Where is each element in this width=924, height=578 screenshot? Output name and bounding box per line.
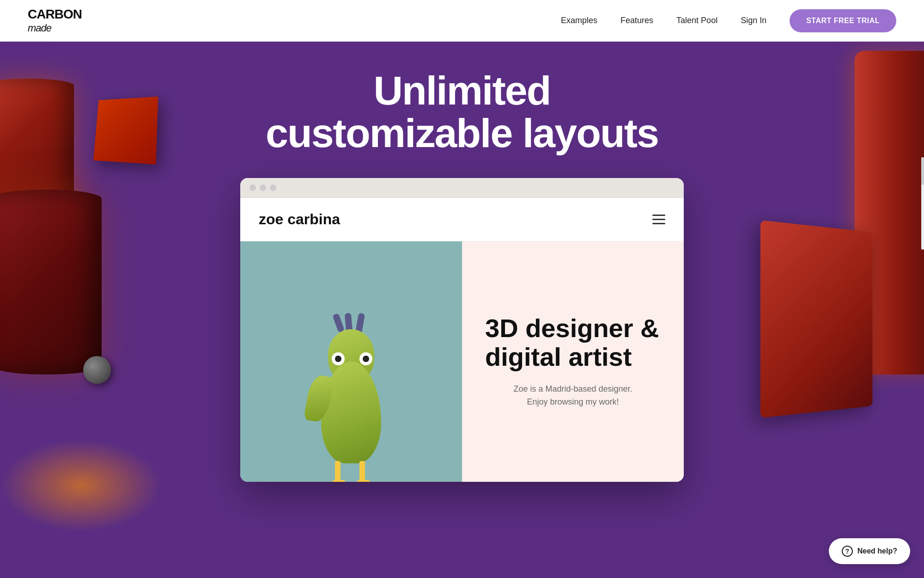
hero-heading-line2: customizable layouts [266, 110, 658, 156]
portfolio-title: 3D designer & digital artist [485, 314, 661, 371]
navbar: CARBON made Examples Features Talent Poo… [0, 0, 924, 42]
logo[interactable]: CARBON made [28, 8, 82, 34]
logo-text: CARBON made [28, 8, 82, 34]
character-figure [305, 306, 397, 482]
nav-talent-pool[interactable]: Talent Pool [676, 16, 717, 25]
portfolio-name: zoe carbina [259, 211, 340, 228]
help-icon: ? [842, 546, 853, 557]
portfolio-text-panel: 3D designer & digital artist Zoe is a Ma… [462, 241, 684, 482]
browser-dot-3 [270, 184, 276, 191]
cylinder-shape-left [0, 79, 74, 227]
gear-shape-right [760, 220, 872, 418]
hamburger-line-2 [652, 219, 665, 220]
browser-dot-1 [249, 184, 256, 191]
hero-heading-line1: Unlimited [374, 68, 551, 113]
disc-stack-shape [0, 190, 102, 375]
nav-features[interactable]: Features [620, 16, 653, 25]
help-label: Need help? [857, 547, 897, 555]
portfolio-image-panel [240, 241, 462, 482]
portfolio-content: 3D designer & digital artist Zoe is a Ma… [240, 241, 684, 482]
column-shape-right [855, 51, 924, 375]
glow-left [0, 439, 162, 532]
char-leg-right [359, 461, 365, 482]
nav-links: Examples Features Talent Pool Sign In ST… [561, 9, 896, 32]
portfolio-description: Zoe is a Madrid-based designer. Enjoy br… [485, 382, 661, 409]
portfolio-desc-line1: Zoe is a Madrid-based designer. [513, 384, 632, 394]
browser-mockup: zoe carbina [240, 178, 684, 482]
hero-section: Unlimited customizable layouts zoe carbi… [0, 42, 924, 578]
logo-carbon: CARBON [28, 7, 82, 21]
browser-bar [240, 178, 684, 198]
portfolio-title-line2: digital artist [485, 342, 632, 371]
hair-strand-1 [332, 313, 345, 332]
scrollbar-thumb [921, 157, 924, 185]
cube-shape-left [93, 97, 158, 165]
scrollbar-indicator [921, 157, 924, 250]
nav-examples[interactable]: Examples [561, 16, 597, 25]
portfolio-header: zoe carbina [240, 198, 684, 241]
browser-dot-2 [260, 184, 266, 191]
portfolio-desc-line2: Enjoy browsing my work! [527, 397, 619, 406]
sphere-shape-left [83, 356, 111, 384]
char-eye-right [359, 352, 372, 365]
char-foot-right [357, 480, 371, 482]
start-free-trial-button[interactable]: START FREE TRIAL [790, 9, 896, 32]
portfolio-title-line1: 3D designer & [485, 314, 659, 343]
help-button[interactable]: ? Need help? [829, 538, 910, 564]
hamburger-line-3 [652, 223, 665, 224]
char-foot-left [332, 480, 346, 482]
hamburger-line-1 [652, 215, 665, 216]
char-leg-left [335, 461, 340, 482]
logo-made: made [28, 22, 51, 34]
nav-sign-in[interactable]: Sign In [741, 16, 766, 25]
hero-heading: Unlimited customizable layouts [266, 69, 658, 155]
hamburger-menu-icon[interactable] [652, 215, 665, 224]
